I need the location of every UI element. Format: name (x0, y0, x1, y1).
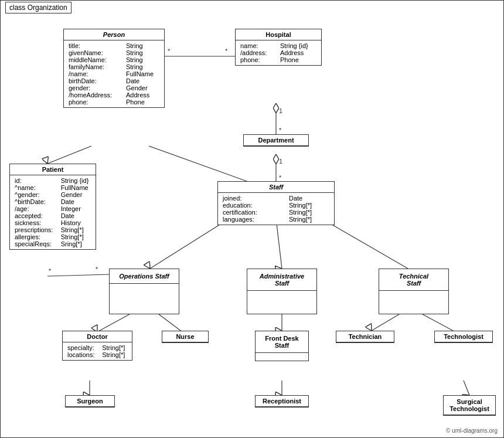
administrative-staff-title: AdministrativeStaff (247, 269, 316, 291)
operations-staff-title: Operations Staff (110, 269, 179, 284)
operations-staff-class: Operations Staff (109, 269, 179, 314)
svg-line-26 (423, 314, 453, 331)
svg-text:1: 1 (279, 158, 282, 165)
svg-line-25 (372, 314, 399, 331)
nurse-class: Nurse (162, 331, 209, 343)
technician-class: Technician (336, 331, 394, 343)
svg-line-14 (47, 146, 91, 164)
patient-class: Patient id:String {id} ^name:FullName ^g… (9, 164, 96, 250)
staff-title: Staff (218, 182, 334, 193)
doctor-title: Doctor (63, 331, 132, 342)
svg-line-23 (159, 314, 182, 332)
surgeon-class: Surgeon (65, 395, 115, 408)
svg-text:*: * (96, 266, 98, 273)
surgical-technologist-class: SurgicalTechnologist (443, 395, 496, 416)
patient-body: id:String {id} ^name:FullName ^gender:Ge… (10, 175, 96, 249)
svg-text:1: 1 (279, 107, 282, 114)
doctor-class: Doctor specialty:String[*] locations:Str… (62, 331, 132, 361)
person-title: Person (64, 29, 164, 40)
surgical-technologist-title: SurgicalTechnologist (444, 396, 495, 415)
doctor-body: specialty:String[*] locations:String[*] (63, 342, 132, 360)
svg-line-22 (97, 314, 130, 332)
patient-title: Patient (10, 164, 96, 175)
svg-line-15 (149, 146, 247, 181)
department-class: Department (243, 134, 309, 147)
hospital-class: Hospital name:String {id} /address:Addre… (235, 29, 322, 66)
department-title: Department (244, 135, 308, 146)
hospital-title: Hospital (236, 29, 321, 40)
svg-text:*: * (279, 127, 282, 134)
person-class: Person title:String givenName:String mid… (63, 29, 165, 108)
diagram-container: class Organization (0, 0, 504, 438)
surgeon-title: Surgeon (66, 396, 114, 407)
technician-title: Technician (336, 331, 394, 342)
svg-text:*: * (168, 47, 171, 55)
svg-text:*: * (279, 174, 282, 181)
nurse-title: Nurse (162, 331, 208, 342)
staff-body: joined:Date education:String[*] certific… (218, 193, 334, 225)
receptionist-class: Receptionist (255, 395, 309, 408)
copyright: © uml-diagrams.org (446, 427, 498, 434)
svg-line-20 (276, 219, 282, 269)
administrative-staff-class: AdministrativeStaff (247, 269, 317, 314)
svg-line-29 (464, 381, 469, 395)
receptionist-title: Receptionist (256, 396, 308, 407)
staff-class: Staff joined:Date education:String[*] ce… (217, 181, 335, 225)
svg-line-19 (150, 219, 229, 269)
diagram-title: class Organization (5, 2, 71, 13)
technologist-class: Technologist (434, 331, 493, 343)
svg-line-21 (322, 219, 408, 269)
technologist-title: Technologist (435, 331, 492, 342)
technical-staff-class: TechnicalStaff (379, 269, 449, 314)
hospital-body: name:String {id} /address:Address phone:… (236, 40, 321, 65)
technical-staff-title: TechnicalStaff (379, 269, 448, 291)
svg-text:*: * (225, 47, 228, 55)
front-desk-staff-class: Front DeskStaff (255, 331, 309, 361)
svg-line-16 (47, 274, 109, 276)
person-body: title:String givenName:String middleName… (64, 40, 164, 107)
svg-text:*: * (49, 267, 52, 274)
front-desk-staff-title: Front DeskStaff (256, 331, 308, 353)
